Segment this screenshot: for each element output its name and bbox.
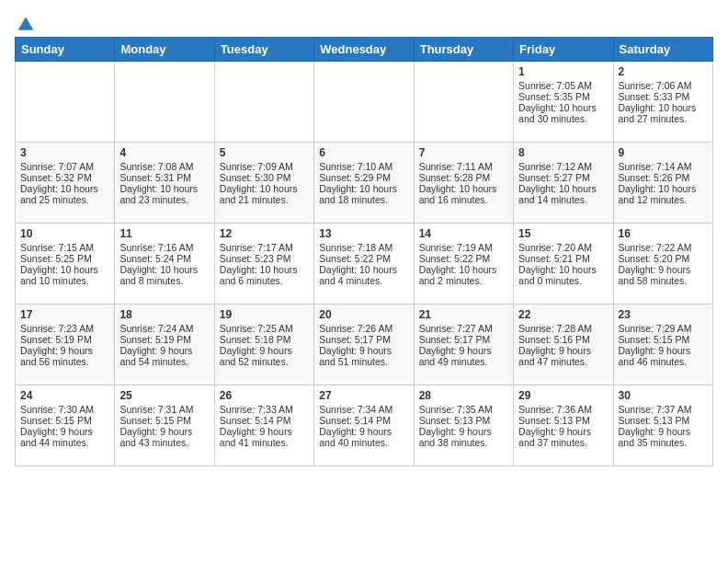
day-number: 30 — [619, 389, 708, 402]
daylight-text: Daylight: 9 hours and 56 minutes. — [20, 345, 109, 367]
daylight-text: Daylight: 9 hours and 52 minutes. — [220, 345, 309, 367]
sunrise-text: Sunrise: 7:19 AM — [419, 242, 508, 253]
weekday-header-thursday: Thursday — [414, 38, 513, 62]
weekday-header-saturday: Saturday — [613, 38, 712, 62]
day-number: 27 — [319, 389, 408, 402]
daylight-text: Daylight: 9 hours and 49 minutes. — [419, 345, 508, 367]
week-row-4: 17 Sunrise: 7:23 AM Sunset: 5:19 PM Dayl… — [16, 304, 713, 385]
calendar-table: SundayMondayTuesdayWednesdayThursdayFrid… — [15, 37, 713, 466]
day-number: 20 — [319, 308, 408, 321]
daylight-text: Daylight: 10 hours and 10 minutes. — [20, 264, 109, 286]
day-cell: 29 Sunrise: 7:36 AM Sunset: 5:13 PM Dayl… — [514, 385, 613, 466]
sunset-text: Sunset: 5:20 PM — [619, 253, 708, 264]
weekday-header-friday: Friday — [514, 38, 613, 62]
sunrise-text: Sunrise: 7:35 AM — [419, 404, 508, 415]
day-cell: 24 Sunrise: 7:30 AM Sunset: 5:15 PM Dayl… — [16, 385, 115, 466]
sunset-text: Sunset: 5:25 PM — [20, 253, 109, 264]
day-cell: 12 Sunrise: 7:17 AM Sunset: 5:23 PM Dayl… — [214, 224, 313, 304]
sunset-text: Sunset: 5:30 PM — [220, 172, 309, 183]
day-cell: 3 Sunrise: 7:07 AM Sunset: 5:32 PM Dayli… — [16, 143, 115, 224]
sunset-text: Sunset: 5:13 PM — [518, 415, 608, 426]
daylight-text: Daylight: 10 hours and 4 minutes. — [319, 264, 408, 286]
sunrise-text: Sunrise: 7:15 AM — [20, 242, 109, 253]
day-number: 15 — [518, 227, 608, 240]
sunset-text: Sunset: 5:32 PM — [20, 172, 109, 183]
day-number: 24 — [20, 389, 109, 402]
week-row-5: 24 Sunrise: 7:30 AM Sunset: 5:15 PM Dayl… — [16, 385, 713, 466]
day-cell: 16 Sunrise: 7:22 AM Sunset: 5:20 PM Dayl… — [613, 224, 712, 304]
sunrise-text: Sunrise: 7:26 AM — [319, 323, 408, 334]
daylight-text: Daylight: 10 hours and 23 minutes. — [119, 183, 209, 205]
sunset-text: Sunset: 5:16 PM — [518, 334, 608, 345]
day-cell — [414, 62, 513, 143]
day-cell: 10 Sunrise: 7:15 AM Sunset: 5:25 PM Dayl… — [16, 224, 115, 304]
day-number: 19 — [220, 308, 309, 321]
day-cell: 15 Sunrise: 7:20 AM Sunset: 5:21 PM Dayl… — [514, 224, 613, 304]
day-cell: 30 Sunrise: 7:37 AM Sunset: 5:13 PM Dayl… — [613, 385, 712, 466]
day-cell: 26 Sunrise: 7:33 AM Sunset: 5:14 PM Dayl… — [214, 385, 313, 466]
day-cell: 20 Sunrise: 7:26 AM Sunset: 5:17 PM Dayl… — [314, 304, 414, 385]
daylight-text: Daylight: 9 hours and 43 minutes. — [119, 426, 209, 448]
day-number: 6 — [319, 146, 408, 159]
day-cell: 13 Sunrise: 7:18 AM Sunset: 5:22 PM Dayl… — [314, 224, 414, 304]
day-number: 3 — [20, 146, 109, 159]
daylight-text: Daylight: 9 hours and 41 minutes. — [220, 426, 309, 448]
day-cell: 27 Sunrise: 7:34 AM Sunset: 5:14 PM Dayl… — [314, 385, 414, 466]
weekday-header-tuesday: Tuesday — [214, 38, 313, 62]
sunset-text: Sunset: 5:15 PM — [619, 334, 708, 345]
sunset-text: Sunset: 5:22 PM — [319, 253, 408, 264]
sunrise-text: Sunrise: 7:36 AM — [518, 404, 608, 415]
day-cell: 2 Sunrise: 7:06 AM Sunset: 5:33 PM Dayli… — [613, 62, 712, 143]
sunrise-text: Sunrise: 7:33 AM — [220, 404, 309, 415]
sunset-text: Sunset: 5:15 PM — [119, 415, 209, 426]
day-cell — [214, 62, 313, 143]
day-cell: 8 Sunrise: 7:12 AM Sunset: 5:27 PM Dayli… — [514, 143, 613, 224]
day-number: 29 — [518, 389, 608, 402]
sunrise-text: Sunrise: 7:11 AM — [419, 161, 508, 172]
daylight-text: Daylight: 10 hours and 0 minutes. — [518, 264, 608, 286]
daylight-text: Daylight: 10 hours and 8 minutes. — [119, 264, 209, 286]
sunset-text: Sunset: 5:23 PM — [220, 253, 309, 264]
weekday-header-wednesday: Wednesday — [314, 38, 414, 62]
day-number: 22 — [518, 308, 608, 321]
sunset-text: Sunset: 5:17 PM — [319, 334, 408, 345]
weekday-header-monday: Monday — [115, 38, 214, 62]
sunset-text: Sunset: 5:29 PM — [319, 172, 408, 183]
daylight-text: Daylight: 10 hours and 21 minutes. — [220, 183, 309, 205]
day-number: 14 — [419, 227, 508, 240]
day-number: 16 — [619, 227, 708, 240]
sunset-text: Sunset: 5:33 PM — [619, 91, 708, 102]
sunset-text: Sunset: 5:22 PM — [419, 253, 508, 264]
sunrise-text: Sunrise: 7:16 AM — [119, 242, 209, 253]
daylight-text: Daylight: 9 hours and 37 minutes. — [518, 426, 608, 448]
sunrise-text: Sunrise: 7:06 AM — [619, 80, 708, 91]
daylight-text: Daylight: 10 hours and 2 minutes. — [419, 264, 508, 286]
day-cell: 7 Sunrise: 7:11 AM Sunset: 5:28 PM Dayli… — [414, 143, 513, 224]
week-row-1: 1 Sunrise: 7:05 AM Sunset: 5:35 PM Dayli… — [16, 62, 713, 143]
day-cell: 21 Sunrise: 7:27 AM Sunset: 5:17 PM Dayl… — [414, 304, 513, 385]
sunrise-text: Sunrise: 7:30 AM — [20, 404, 109, 415]
daylight-text: Daylight: 9 hours and 40 minutes. — [319, 426, 408, 448]
sunrise-text: Sunrise: 7:09 AM — [220, 161, 309, 172]
sunset-text: Sunset: 5:14 PM — [319, 415, 408, 426]
logo-icon — [17, 15, 35, 33]
day-number: 1 — [518, 65, 608, 78]
day-number: 28 — [419, 389, 508, 402]
day-cell: 22 Sunrise: 7:28 AM Sunset: 5:16 PM Dayl… — [514, 304, 613, 385]
sunset-text: Sunset: 5:14 PM — [220, 415, 309, 426]
day-number: 18 — [119, 308, 209, 321]
day-number: 2 — [619, 65, 708, 78]
daylight-text: Daylight: 10 hours and 16 minutes. — [419, 183, 508, 205]
svg-marker-0 — [18, 17, 34, 30]
sunrise-text: Sunrise: 7:25 AM — [220, 323, 309, 334]
sunrise-text: Sunrise: 7:12 AM — [518, 161, 608, 172]
day-number: 7 — [419, 146, 508, 159]
day-cell: 1 Sunrise: 7:05 AM Sunset: 5:35 PM Dayli… — [514, 62, 613, 143]
sunrise-text: Sunrise: 7:24 AM — [119, 323, 209, 334]
sunset-text: Sunset: 5:19 PM — [20, 334, 109, 345]
sunset-text: Sunset: 5:18 PM — [220, 334, 309, 345]
daylight-text: Daylight: 10 hours and 25 minutes. — [20, 183, 109, 205]
day-cell: 17 Sunrise: 7:23 AM Sunset: 5:19 PM Dayl… — [16, 304, 115, 385]
daylight-text: Daylight: 10 hours and 14 minutes. — [518, 183, 608, 205]
day-cell: 9 Sunrise: 7:14 AM Sunset: 5:26 PM Dayli… — [613, 143, 712, 224]
